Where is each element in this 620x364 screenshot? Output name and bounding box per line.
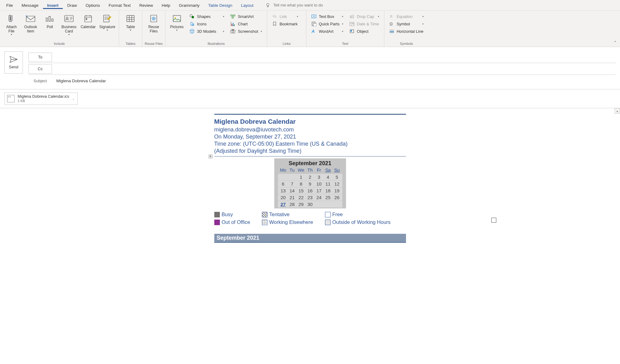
poll-button[interactable]: Poll [41, 12, 59, 29]
subject-field[interactable] [56, 77, 616, 84]
svg-rect-18 [231, 15, 232, 16]
equation-button[interactable]: πEquation▾ [387, 13, 426, 20]
symbol-button[interactable]: ΩSymbol▾ [387, 20, 426, 27]
envelope-icon [26, 15, 36, 22]
smartart-button[interactable]: SmartArt [228, 13, 264, 20]
tell-me-input[interactable] [273, 3, 341, 7]
swatch-out-of-office [214, 220, 220, 225]
tab-options[interactable]: Options [81, 1, 105, 9]
message-body[interactable]: ▴ Miglena Dobreva Calendar miglena.dobre… [0, 108, 620, 364]
svg-rect-36 [351, 30, 352, 32]
svg-rect-2 [46, 18, 48, 21]
cc-button[interactable]: Cc [28, 64, 52, 74]
svg-rect-1 [26, 16, 35, 22]
table-anchor-icon[interactable]: ✥ [209, 155, 212, 158]
tab-file[interactable]: File [2, 1, 17, 9]
calendar-title: Miglena Dobreva Calendar [214, 118, 406, 125]
bookmark-button[interactable]: Bookmark [270, 20, 304, 27]
svg-point-25 [232, 31, 234, 32]
svg-text:π: π [390, 14, 392, 19]
swatch-busy [214, 212, 220, 217]
tab-table-design[interactable]: Table Design [204, 1, 237, 9]
shapes-icon [190, 14, 195, 19]
mini-calendar-title: September 2021 [274, 160, 346, 167]
svg-rect-21 [232, 24, 232, 26]
tab-review[interactable]: Review [135, 1, 157, 9]
svg-point-0 [267, 3, 269, 6]
group-label-illustrations: Illustrations [165, 42, 267, 47]
mail-header: Send To Cc Subject [0, 47, 620, 89]
tab-layout[interactable]: Layout [237, 1, 258, 9]
object-button[interactable]: Object [347, 28, 382, 35]
quickparts-icon [311, 21, 316, 26]
ribbon-tab-strip: File Message Insert Draw Options Format … [0, 0, 620, 11]
dropcap-button[interactable]: ADrop Cap▾ [347, 13, 382, 20]
shapes-button[interactable]: Shapes▾ [187, 13, 227, 20]
calendar-date: On Monday, September 27, 2021 [214, 134, 406, 140]
tab-help[interactable]: Help [157, 1, 175, 9]
send-button[interactable]: Send [4, 51, 23, 74]
cc-field[interactable] [56, 65, 616, 72]
textbox-button[interactable]: AText Box▾ [309, 13, 346, 20]
swatch-free [325, 212, 331, 217]
attach-file-button[interactable]: AttachFile▾ [2, 12, 20, 36]
calendar-button[interactable]: Calendar [79, 12, 97, 29]
horizontal-line-button[interactable]: Horizontal Line [387, 28, 426, 35]
checkbox-placeholder[interactable] [491, 218, 496, 223]
datetime-button[interactable]: Date & Time [347, 20, 382, 27]
wordart-button[interactable]: AWordArt▾ [309, 28, 346, 35]
paperclip-icon [8, 14, 15, 23]
reuse-files-button[interactable]: ReuseFiles [145, 12, 163, 33]
to-field[interactable] [56, 54, 616, 61]
svg-rect-16 [192, 16, 194, 18]
attachment-chip[interactable]: Miglena Dobreva Calendar.ics 1 KB ⌄ [4, 92, 78, 105]
bookmark-icon [272, 21, 277, 26]
poll-icon [45, 15, 54, 22]
svg-rect-19 [233, 15, 235, 16]
svg-text:A: A [311, 29, 314, 34]
group-label-links: Links [267, 42, 306, 47]
tell-me-search[interactable] [265, 3, 341, 8]
calendar-file-icon [7, 95, 15, 102]
table-button[interactable]: Table▾ [122, 12, 139, 32]
link-button[interactable]: Link▾ [270, 13, 304, 20]
camera-icon [230, 29, 235, 34]
group-label-include: Include [0, 42, 119, 47]
symbol-icon: Ω [389, 21, 394, 26]
scroll-up-button[interactable]: ▴ [614, 108, 620, 114]
mini-calendar-header: MoTuWeThFrSaSu [274, 168, 346, 173]
tab-grammarly[interactable]: Grammarly [174, 1, 204, 9]
svg-rect-22 [233, 23, 233, 26]
tab-message[interactable]: Message [17, 1, 43, 9]
collapse-ribbon-button[interactable]: ⌃ [614, 40, 617, 45]
month-section-header: September 2021 [214, 234, 406, 243]
svg-rect-30 [313, 23, 316, 26]
svg-rect-3 [49, 16, 50, 21]
mid-divider: ✥ [214, 156, 406, 156]
svg-text:Ω: Ω [390, 22, 393, 26]
screenshot-button[interactable]: Screenshot▾ [228, 28, 264, 35]
calendar-dst: (Adjusted for Daylight Saving Time) [214, 148, 406, 154]
3d-models-button[interactable]: 3D Models▾ [187, 28, 227, 35]
pictures-button[interactable]: Pictures▾ [168, 12, 186, 32]
attachment-size: 1 KB [18, 99, 69, 103]
tab-insert[interactable]: Insert [43, 1, 63, 9]
icons-button[interactable]: Icons [187, 20, 227, 27]
tab-format-text[interactable]: Format Text [104, 1, 135, 9]
signature-button[interactable]: Signature▾ [98, 12, 116, 32]
to-button[interactable]: To [28, 53, 52, 62]
attachment-name: Miglena Dobreva Calendar.ics [18, 94, 69, 99]
dropcap-icon: A [349, 14, 354, 19]
calendar-timezone: Time zone: (UTC-05:00) Eastern Time (US … [214, 141, 406, 147]
swatch-tentative [262, 212, 267, 217]
svg-rect-20 [232, 17, 233, 18]
chart-button[interactable]: Chart [228, 20, 264, 27]
outlook-item-button[interactable]: OutlookItem [22, 12, 40, 33]
svg-point-6 [66, 17, 68, 19]
quickparts-button[interactable]: Quick Parts▾ [309, 20, 346, 27]
datetime-icon [349, 21, 354, 26]
group-label-text: Text [306, 42, 384, 47]
tab-draw[interactable]: Draw [63, 1, 81, 9]
business-card-button[interactable]: BusinessCard▾ [60, 12, 78, 36]
chevron-down-icon[interactable]: ⌄ [72, 97, 75, 100]
